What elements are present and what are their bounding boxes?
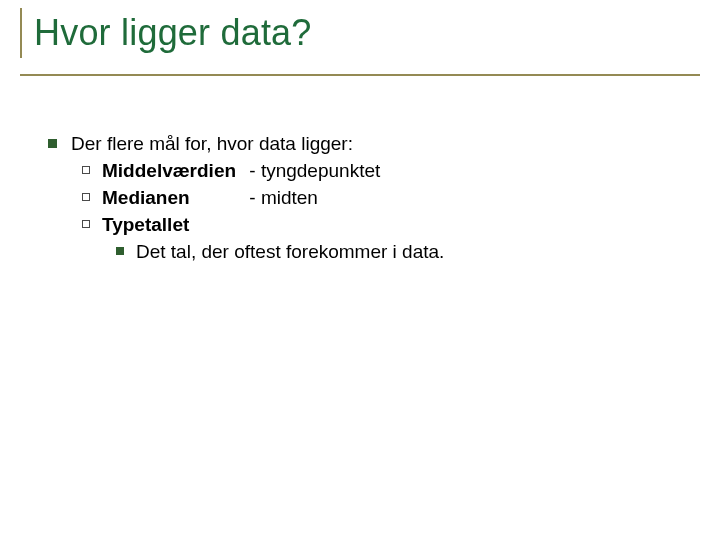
slide: Hvor ligger data? Der flere mål for, hvo… — [0, 0, 720, 540]
level2-text: Middelværdien - tyngdepunktet — [102, 157, 380, 184]
open-square-bullet-icon — [82, 193, 90, 201]
term-bold: Medianen — [102, 184, 244, 211]
square-bullet-icon — [48, 139, 57, 148]
term-desc: - midten — [249, 187, 318, 208]
level1-text: Der flere mål for, hvor data ligger: — [71, 130, 353, 157]
bullet-level3: Det tal, der oftest forekommer i data. — [116, 238, 680, 265]
level2-text: Typetallet — [102, 211, 189, 238]
title-accent-bar — [20, 8, 22, 58]
level2-text: Medianen - midten — [102, 184, 318, 211]
bullet-level2: Middelværdien - tyngdepunktet — [82, 157, 680, 184]
square-bullet-icon — [116, 247, 124, 255]
title-area: Hvor ligger data? — [20, 8, 700, 76]
term-bold: Typetallet — [102, 211, 189, 238]
content-body: Der flere mål for, hvor data ligger: Mid… — [48, 130, 680, 265]
open-square-bullet-icon — [82, 166, 90, 174]
slide-title: Hvor ligger data? — [34, 12, 312, 54]
open-square-bullet-icon — [82, 220, 90, 228]
level3-text: Det tal, der oftest forekommer i data. — [136, 238, 444, 265]
bullet-level2: Typetallet — [82, 211, 680, 238]
bullet-level1: Der flere mål for, hvor data ligger: — [48, 130, 680, 157]
bullet-level2: Medianen - midten — [82, 184, 680, 211]
term-desc: - tyngdepunktet — [249, 160, 380, 181]
term-bold: Middelværdien — [102, 157, 244, 184]
